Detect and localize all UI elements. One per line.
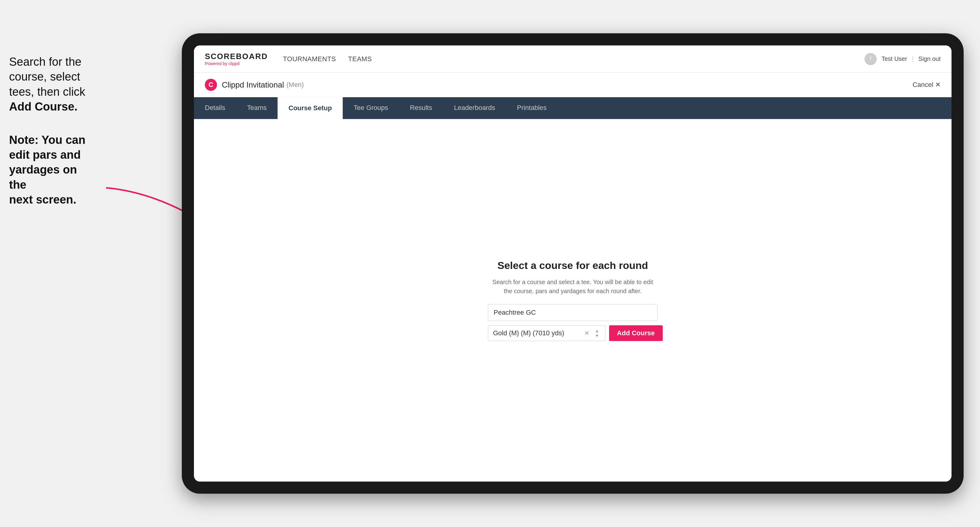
tee-clear-button[interactable]: ✕ [584, 330, 589, 337]
course-search-input[interactable] [488, 304, 657, 321]
annotation-line3: tees, then click [9, 84, 94, 99]
annotation-note2: edit pars and [9, 148, 94, 162]
main-content: Select a course for each round Search fo… [194, 119, 951, 482]
panel-title: Select a course for each round [488, 260, 657, 271]
tee-select-row: ✕ ▲ ▼ Add Course [488, 325, 657, 341]
logo-text: SCOREBOARD [205, 52, 268, 61]
annotation-note1: Note: You can [9, 133, 94, 148]
tab-tee-groups[interactable]: Tee Groups [343, 97, 399, 119]
user-label: Test User [881, 56, 907, 62]
annotation-block: Search for the course, select tees, then… [9, 54, 94, 208]
tournament-header: C Clippd Invitational (Men) Cancel ✕ [194, 73, 951, 97]
add-course-button[interactable]: Add Course [609, 325, 663, 341]
cancel-button[interactable]: Cancel ✕ [912, 81, 940, 89]
nav-right: T Test User | Sign out [865, 53, 940, 65]
nav-tournaments[interactable]: TOURNAMENTS [283, 55, 336, 63]
panel-description: Search for a course and select a tee. Yo… [488, 278, 657, 295]
tee-select-input[interactable] [488, 325, 581, 341]
tab-details[interactable]: Details [194, 97, 236, 119]
chevron-down-icon: ▼ [595, 333, 599, 338]
chevron-up-icon: ▲ [595, 329, 599, 333]
tab-results[interactable]: Results [399, 97, 443, 119]
annotation-note3: yardages on the [9, 162, 94, 192]
cancel-label: Cancel [912, 81, 933, 89]
course-selection-panel: Select a course for each round Search fo… [488, 260, 657, 341]
tournament-gender: (Men) [286, 81, 304, 89]
user-avatar: T [865, 53, 877, 65]
cancel-x-icon: ✕ [935, 81, 940, 89]
annotation-note4: next screen. [9, 192, 94, 207]
tee-chevrons: ▲ ▼ [592, 329, 602, 338]
logo-area: SCOREBOARD Powered by clippd [205, 52, 268, 66]
tee-select-controls: ✕ ▲ ▼ [581, 329, 605, 338]
annotation-line1: Search for the [9, 54, 94, 69]
nav-links: TOURNAMENTS TEAMS [283, 55, 865, 63]
tab-leaderboards[interactable]: Leaderboards [443, 97, 506, 119]
logo-sub: Powered by clippd [205, 61, 268, 66]
sign-out-link[interactable]: Sign out [918, 56, 940, 62]
tournament-title: Clippd Invitational [222, 80, 284, 90]
tab-teams[interactable]: Teams [236, 97, 278, 119]
tablet-frame: SCOREBOARD Powered by clippd TOURNAMENTS… [182, 33, 964, 494]
tab-bar: Details Teams Course Setup Tee Groups Re… [194, 97, 951, 119]
tablet-screen: SCOREBOARD Powered by clippd TOURNAMENTS… [194, 45, 951, 482]
tee-select-wrapper[interactable]: ✕ ▲ ▼ [488, 325, 605, 341]
nav-teams[interactable]: TEAMS [348, 55, 372, 63]
top-nav: SCOREBOARD Powered by clippd TOURNAMENTS… [194, 45, 951, 73]
annotation-bold: Add Course. [9, 99, 94, 114]
annotation-line2: course, select [9, 69, 94, 84]
pipe: | [912, 56, 913, 62]
tab-course-setup[interactable]: Course Setup [278, 97, 343, 119]
tab-printables[interactable]: Printables [506, 97, 558, 119]
tournament-logo: C [205, 79, 217, 91]
